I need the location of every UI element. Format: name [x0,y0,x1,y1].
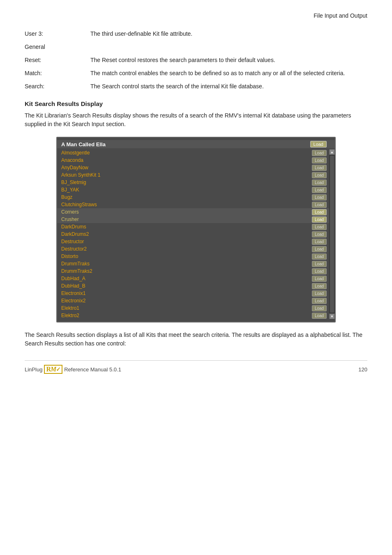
kit-list-item[interactable]: DrummTraks2Load [57,267,329,275]
kit-load-btn[interactable]: Load [312,209,327,215]
scroll-up-btn[interactable]: ▲ [329,149,335,155]
kit-list-item[interactable]: CrusherLoad [57,216,329,223]
kit-list-item[interactable]: AlmostgentleLoad [57,149,329,157]
kit-load-btn[interactable]: Load [312,276,327,282]
kit-item-name: Distorto [61,253,310,259]
kit-item-name: AnyDayNow [61,165,310,170]
kit-load-btn[interactable]: Load [312,313,327,319]
kit-panel: A Man Called Ella Load AlmostgentleLoadA… [56,137,336,322]
kit-item-name: BJ_YAK [61,187,310,193]
doc-desc: The match control enables the search to … [90,67,367,80]
kit-load-btn[interactable]: Load [312,202,327,208]
kit-item-name: DubHad_A [61,276,310,281]
kit-load-btn[interactable]: Load [312,231,327,237]
doc-row: User 3:The third user-definable Kit file… [25,27,367,40]
kit-load-btn[interactable]: Load [312,187,327,193]
kit-load-btn[interactable]: Load [312,157,327,164]
doc-label: General [25,40,90,53]
kit-list-item[interactable]: Arksun SynthKit 1Load [57,171,329,179]
kit-item-name: Destructor [61,239,310,244]
kit-list-item[interactable]: Elektro1Load [57,304,329,312]
kit-list-item[interactable]: DubHad_BLoad [57,282,329,290]
scroll-down-btn[interactable]: ▼ [329,313,335,319]
kit-load-btn[interactable]: Load [312,268,327,274]
kit-item-name: Elektro2 [61,313,310,318]
kit-item-name: ClutchingStraws [61,202,310,207]
kit-list-item[interactable]: DarkDrums2Load [57,230,329,238]
kit-list-item[interactable]: CornersLoad [57,208,329,216]
kit-load-btn[interactable]: Load [312,298,327,304]
kit-list-item[interactable]: Electronix2Load [57,297,329,304]
kit-item-name: Anaconda [61,157,310,163]
kit-item-name: DrummTraks2 [61,268,310,274]
scroll-track[interactable] [330,156,334,313]
kit-item-name: Almostgentle [61,150,310,156]
footer-page: 120 [358,366,367,373]
kit-item-name: Crusher [61,216,310,222]
doc-desc: The Reset control restores the search pa… [90,53,367,67]
kit-list-item[interactable]: DubHad_ALoad [57,275,329,282]
doc-row: General [25,40,367,53]
kit-list-item[interactable]: BugzLoad [57,193,329,201]
kit-list-item[interactable]: BJ_SletmigLoad [57,179,329,186]
kit-item-name: Corners [61,209,310,215]
kit-item-name: Destructor2 [61,246,310,252]
kit-load-btn[interactable]: Load [312,150,327,156]
kit-list-item[interactable]: Elektro2Load [57,312,329,319]
doc-table: User 3:The third user-definable Kit file… [25,27,367,93]
kit-load-btn[interactable]: Load [312,290,327,297]
kit-load-btn[interactable]: Load [312,194,327,200]
doc-label: Match: [25,67,90,80]
kit-header-load-btn[interactable]: Load [310,141,327,147]
kit-load-btn[interactable]: Load [312,261,327,267]
kit-list-item[interactable]: ClutchingStrawsLoad [57,201,329,208]
kit-list-item[interactable]: AnacondaLoad [57,157,329,164]
kit-item-name: DrummTraks [61,261,310,267]
kit-load-btn[interactable]: Load [312,180,327,186]
kit-list-item[interactable]: Electronix1Load [57,290,329,297]
doc-row: Search:The Search control starts the sea… [25,80,367,93]
kit-item-name: Arksun SynthKit 1 [61,172,310,178]
rmv-logo: RM✓ [44,365,62,374]
kit-item-name: Electronix2 [61,298,310,304]
footer-left: LinPlug RM✓ Reference Manual 5.0.1 [25,365,121,374]
kit-load-btn[interactable]: Load [312,253,327,260]
kit-item-name: Electronix1 [61,290,310,296]
kit-scrollbar[interactable]: ▲ ▼ [329,149,335,319]
section-heading: Kit Search Results Display [25,100,367,107]
kit-list-item[interactable]: DarkDrumsLoad [57,223,329,230]
kit-header-name: A Man Called Ella [61,141,310,147]
kit-load-btn[interactable]: Load [312,283,327,289]
doc-label: User 3: [25,27,90,40]
kit-list: AlmostgentleLoadAnacondaLoadAnyDayNowLoa… [57,149,329,319]
kit-load-btn[interactable]: Load [312,239,327,245]
kit-item-name: Bugz [61,194,310,200]
doc-row: Match:The match control enables the sear… [25,67,367,80]
kit-list-item[interactable]: DrummTraksLoad [57,260,329,267]
kit-load-btn[interactable]: Load [312,165,327,171]
kit-item-name: DarkDrums [61,224,310,230]
kit-item-name: DarkDrums2 [61,231,310,237]
footer-manual: Reference Manual 5.0.1 [64,366,121,373]
kit-load-btn[interactable]: Load [312,246,327,252]
kit-load-btn[interactable]: Load [312,172,327,178]
footer: LinPlug RM✓ Reference Manual 5.0.1 120 [25,360,367,374]
doc-label: Reset: [25,53,90,67]
kit-load-btn[interactable]: Load [312,216,327,223]
kit-load-btn[interactable]: Load [312,305,327,311]
kit-list-item[interactable]: BJ_YAKLoad [57,186,329,193]
kit-header-row: A Man Called Ella Load [57,140,335,148]
kit-list-item[interactable]: AnyDayNowLoad [57,164,329,171]
kit-list-item[interactable]: DistortoLoad [57,253,329,260]
kit-list-item[interactable]: DestructorLoad [57,238,329,245]
kit-scroll-container: AlmostgentleLoadAnacondaLoadAnyDayNowLoa… [57,149,335,319]
kit-load-btn[interactable]: Load [312,224,327,230]
kit-item-name: Elektro1 [61,305,310,311]
doc-label: Search: [25,80,90,93]
doc-desc: The Search control starts the search of … [90,80,367,93]
kit-list-item[interactable]: Destructor2Load [57,245,329,253]
doc-desc [90,40,367,53]
outro-text: The Search Results section displays a li… [25,331,367,348]
kit-item-name: DubHad_B [61,283,310,289]
kit-item-name: BJ_Sletmig [61,180,310,185]
